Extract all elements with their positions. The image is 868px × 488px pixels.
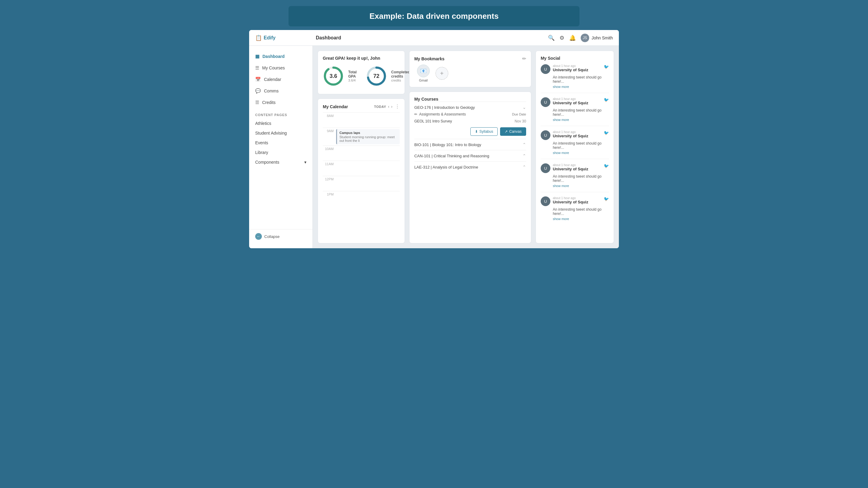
top-nav: 📋 Edify Dashboard 🔍 ⚙ 🔔 JS John Smith	[249, 30, 619, 46]
post-time: about 1 hour ago	[553, 196, 601, 200]
prev-arrow[interactable]: ‹	[388, 104, 389, 109]
show-more-link[interactable]: show more	[541, 118, 609, 122]
syllabus-button[interactable]: ⬇ Syllabus	[470, 127, 498, 136]
sidebar-item-dashboard[interactable]: ▦ Dashboard	[249, 51, 312, 62]
post-username: University of Squiz	[553, 134, 601, 138]
user-menu[interactable]: JS John Smith	[581, 34, 613, 42]
time-slot-12pm: 12PM	[323, 176, 400, 191]
assignments-icon: ✏ Assignments & Assessments	[414, 112, 466, 116]
collapse-button[interactable]: ← Collapse	[249, 229, 312, 243]
post-meta: about 1 hour ago University of Squiz	[553, 196, 601, 204]
sidebar-item-student-advising[interactable]: Student Advising	[249, 128, 312, 138]
search-icon[interactable]: 🔍	[548, 35, 555, 41]
user-name: John Smith	[592, 35, 613, 40]
course-item-can: CAN-101 | Critical Thinking and Reasonin…	[414, 150, 526, 161]
components-label: Components	[255, 160, 279, 164]
sidebar-item-comms[interactable]: 💬 Comms	[249, 85, 312, 97]
total-gpa-label: Total GPA	[348, 70, 357, 79]
calendar-more-icon[interactable]: ⋮	[395, 104, 400, 110]
show-more-link[interactable]: show more	[541, 184, 609, 188]
gpa-donut: 3.6	[323, 65, 344, 87]
sidebar-item-label: Credits	[262, 100, 276, 105]
post-avatar: U	[541, 163, 550, 173]
post-time: about 1 hour ago	[553, 130, 601, 134]
total-gpa-sub: 3.6/4	[348, 79, 357, 82]
add-bookmark-button[interactable]: +	[435, 67, 448, 80]
right-column: My Social U about 1 hour ago University …	[535, 51, 614, 243]
chevron-up-icon: ⌃	[523, 164, 526, 170]
assignment-row: GEOL 101 Intro Survey Nov 30	[414, 118, 526, 124]
gmail-icon: 📧	[417, 65, 430, 77]
sidebar-item-calendar[interactable]: 📅 Calendar	[249, 74, 312, 85]
app-container: 📋 Edify Dashboard 🔍 ⚙ 🔔 JS John Smith ▦ …	[249, 30, 619, 248]
chevron-down-icon: ▾	[304, 160, 306, 164]
sidebar-item-my-courses[interactable]: ☰ My Courses	[249, 62, 312, 74]
course-section-header: ✏ Assignments & Assessments Due Date	[414, 112, 526, 118]
calendar-event[interactable]: Campus laps Student morning running grou…	[336, 129, 400, 144]
post-content: An interesting tweet should go here!...	[541, 108, 609, 117]
sidebar-item-credits[interactable]: ☰ Credits	[249, 97, 312, 108]
twitter-icon: 🐦	[604, 64, 609, 69]
event-desc: Student morning running group: meet out …	[339, 135, 397, 143]
sidebar-item-events[interactable]: Events	[249, 138, 312, 148]
post-username: University of Squiz	[553, 68, 601, 72]
time-slot-1pm: 1PM	[323, 191, 400, 206]
time-label: 12PM	[323, 176, 334, 181]
social-post: U about 1 hour ago University of Squiz 🐦…	[541, 97, 609, 126]
time-content	[336, 161, 400, 163]
post-header: U about 1 hour ago University of Squiz 🐦	[541, 64, 609, 74]
show-more-link[interactable]: show more	[541, 85, 609, 89]
post-header: U about 1 hour ago University of Squiz 🐦	[541, 130, 609, 140]
center-column: My Bookmarks ✏ 📧 Gmail + My Courses	[409, 51, 531, 243]
canvas-button[interactable]: ↗ Canvas	[500, 127, 526, 136]
chevron-up-icon: ⌃	[523, 142, 526, 147]
bookmark-item-gmail[interactable]: 📧 Gmail	[414, 65, 433, 82]
course-item-lae: LAE-312 | Analysis of Legal Doctrine ⌃	[414, 161, 526, 173]
post-username: University of Squiz	[553, 200, 601, 204]
course-header-bio[interactable]: BIO-101 | Biology 101: Intro to Biology …	[414, 142, 526, 147]
credits-metric: 72 Completed credits credits	[366, 65, 410, 87]
time-label: 9AM	[323, 128, 334, 133]
course-header-can[interactable]: CAN-101 | Critical Thinking and Reasonin…	[414, 153, 526, 158]
show-more-link[interactable]: show more	[541, 217, 609, 221]
time-slot-8am: 8AM	[323, 113, 400, 128]
post-header: U about 1 hour ago University of Squiz 🐦	[541, 97, 609, 107]
today-button[interactable]: TODAY	[374, 105, 386, 109]
top-banner: Example: Data driven components	[288, 6, 580, 26]
sidebar-item-label: My Courses	[262, 65, 285, 70]
courses-card: My Courses GEO-176 | Introduction to Geo…	[409, 92, 531, 243]
post-meta: about 1 hour ago University of Squiz	[553, 163, 601, 171]
event-title: Campus laps	[339, 131, 397, 134]
chevron-up-icon: ⌃	[523, 153, 526, 158]
show-more-link[interactable]: show more	[541, 151, 609, 155]
settings-icon[interactable]: ⚙	[559, 35, 564, 41]
time-label: 8AM	[323, 113, 334, 118]
twitter-icon: 🐦	[604, 130, 609, 135]
social-card: My Social U about 1 hour ago University …	[535, 51, 614, 243]
course-header-lae[interactable]: LAE-312 | Analysis of Legal Doctrine ⌃	[414, 164, 526, 170]
assignment-due: Nov 30	[515, 119, 526, 123]
time-content	[336, 191, 400, 194]
calendar-card: My Calendar TODAY ‹ › ⋮ 8AM	[318, 98, 405, 243]
bell-icon[interactable]: 🔔	[569, 35, 576, 41]
course-expanded-geo: ✏ Assignments & Assessments Due Date GEO…	[414, 110, 526, 136]
edit-icon[interactable]: ✏	[522, 56, 526, 62]
credits-label: Completed credits	[391, 70, 410, 79]
post-time: about 1 hour ago	[553, 64, 601, 68]
content-area: Great GPA! keep it up!, John 3.6	[313, 46, 619, 248]
next-arrow[interactable]: ›	[391, 104, 393, 109]
twitter-icon: 🐦	[604, 163, 609, 168]
sidebar-item-athletics[interactable]: Athletics	[249, 119, 312, 128]
syllabus-label: Syllabus	[479, 129, 493, 134]
post-header: U about 1 hour ago University of Squiz 🐦	[541, 196, 609, 206]
assignment-name: GEOL 101 Intro Survey	[414, 119, 452, 123]
social-post: U about 1 hour ago University of Squiz 🐦…	[541, 163, 609, 192]
page-title: Dashboard	[316, 35, 548, 41]
comms-icon: 💬	[255, 88, 261, 94]
course-header-geo[interactable]: GEO-176 | Introduction to Geology ⌄	[414, 105, 526, 110]
post-header: U about 1 hour ago University of Squiz 🐦	[541, 163, 609, 173]
bookmarks-title: My Bookmarks	[414, 56, 444, 61]
sidebar-item-components[interactable]: Components ▾	[249, 157, 312, 167]
social-feed: U about 1 hour ago University of Squiz 🐦…	[541, 64, 609, 238]
sidebar-item-library[interactable]: Library	[249, 148, 312, 157]
